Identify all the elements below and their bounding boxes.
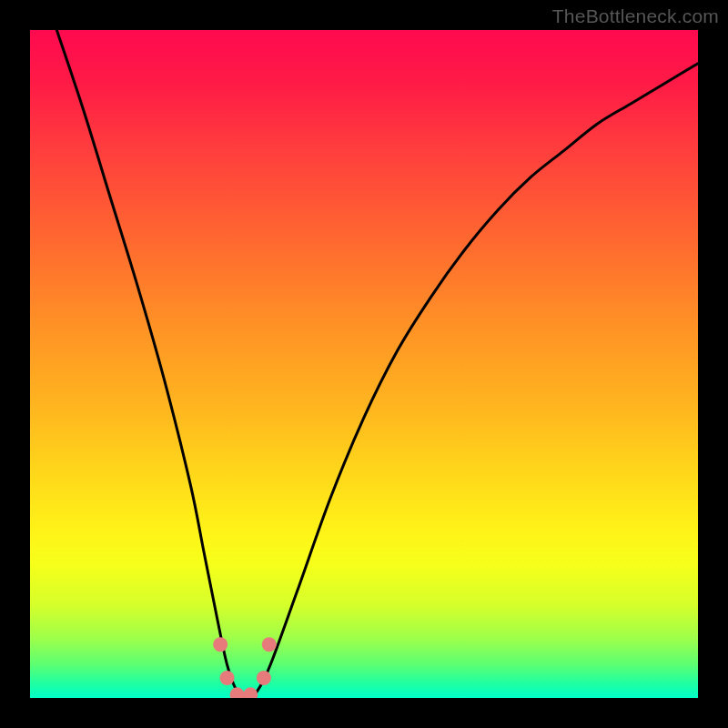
plot-area [30,30,698,698]
data-marker [213,637,228,652]
data-marker [262,637,277,652]
data-marker [257,671,271,685]
bottleneck-curve [30,30,698,698]
data-marker [230,687,245,698]
watermark-text: TheBottleneck.com [552,5,719,27]
data-marker [243,687,258,698]
curve-path [56,30,698,698]
chart-frame: TheBottleneck.com [0,0,728,728]
data-marker [220,671,235,685]
